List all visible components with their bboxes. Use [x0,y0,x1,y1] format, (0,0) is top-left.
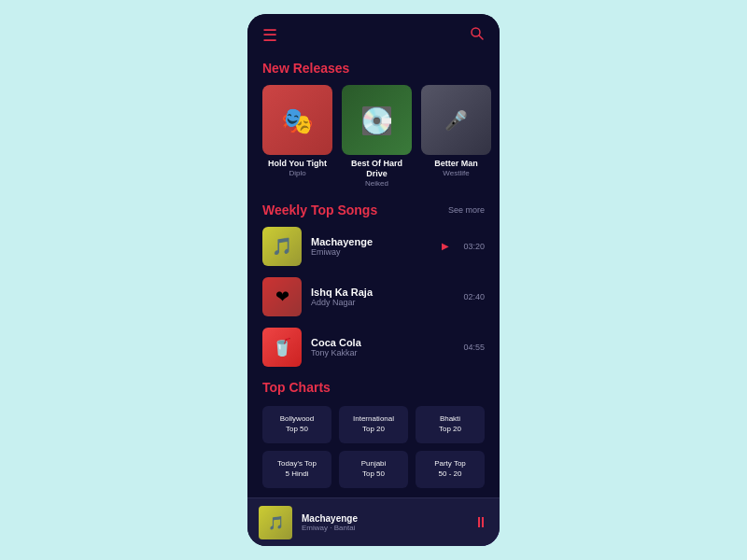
phone-container: ☰ New Releases Hold You Tight Diplo Best… [247,14,500,546]
song-thumb-1 [262,277,302,316]
chart-label-2: BhaktiTop 20 [439,414,461,434]
new-releases-title: New Releases [247,53,500,81]
song-duration-1: 02:40 [458,292,485,301]
song-info-0: Machayenge Emiway [311,236,432,257]
chart-btn-2[interactable]: BhaktiTop 20 [416,406,485,443]
weekly-title: Weekly Top Songs [262,203,377,217]
release-thumb-2 [421,85,491,155]
song-thumb-2 [262,328,302,367]
song-duration-2: 04:55 [458,343,485,352]
song-row-2[interactable]: Coca Cola Tony Kakkar ▶ 04:55 [247,322,500,372]
song-duration-0: 03:20 [458,242,485,251]
now-playing-title: Machayenge [302,513,464,524]
chart-btn-1[interactable]: InternationalTop 20 [339,406,408,443]
song-artist-0: Emiway [311,247,432,257]
release-name-0: Hold You Tight [262,159,332,169]
song-row-1[interactable]: Ishq Ka Raja Addy Nagar ▶ 02:40 [247,272,500,322]
release-card-1[interactable]: Best Of Hard Drive Neiked [342,85,412,188]
release-thumb-1 [342,85,412,155]
chart-label-5: Party Top50 - 20 [434,459,466,479]
release-thumb-0 [262,85,332,155]
song-info-2: Coca Cola Tony Kakkar [311,337,432,357]
release-name-1: Best Of Hard Drive [342,159,412,179]
weekly-header: Weekly Top Songs See more [247,197,500,221]
top-charts-title: Top Charts [247,372,500,400]
song-thumb-0 [262,227,302,266]
search-icon[interactable] [470,26,485,45]
chart-btn-0[interactable]: BollywoodTop 50 [262,406,331,443]
song-title-0: Machayenge [311,236,432,247]
song-artist-2: Tony Kakkar [311,348,432,357]
new-releases-row: Hold You Tight Diplo Best Of Hard Drive … [247,81,500,197]
menu-icon[interactable]: ☰ [262,25,277,46]
chart-label-4: PunjabiTop 50 [361,459,387,479]
song-title-1: Ishq Ka Raja [311,287,432,298]
chart-label-1: InternationalTop 20 [353,414,394,434]
app-header: ☰ [247,14,500,53]
song-info-1: Ishq Ka Raja Addy Nagar [311,287,432,307]
release-card-2[interactable]: Better Man Westlife [421,85,491,188]
svg-line-1 [479,35,483,39]
play-icon-0[interactable]: ▶ [442,241,449,251]
chart-btn-4[interactable]: PunjabiTop 50 [339,451,408,488]
chart-label-3: Today's Top5 Hindi [277,459,317,479]
song-artist-1: Addy Nagar [311,298,432,307]
release-artist-1: Neiked [342,179,412,188]
song-row-0[interactable]: Machayenge Emiway ▶ 03:20 [247,221,500,272]
chart-label-0: BollywoodTop 50 [280,414,314,434]
chart-btn-3[interactable]: Today's Top5 Hindi [262,451,331,488]
charts-grid: BollywoodTop 50 InternationalTop 20 Bhak… [247,400,500,497]
now-playing-bar: Machayenge Emiway · Bantai ⏸ [247,497,500,546]
chart-btn-5[interactable]: Party Top50 - 20 [416,451,485,488]
release-name-2: Better Man [421,159,491,169]
now-playing-info: Machayenge Emiway · Bantai [302,513,464,532]
see-more-link[interactable]: See more [448,205,485,215]
release-card-0[interactable]: Hold You Tight Diplo [262,85,332,188]
release-artist-0: Diplo [262,169,332,177]
now-playing-artist: Emiway · Bantai [302,524,464,532]
pause-button[interactable]: ⏸ [473,514,488,531]
song-title-2: Coca Cola [311,337,432,348]
main-content: New Releases Hold You Tight Diplo Best O… [247,53,500,546]
now-playing-thumb [259,506,292,539]
release-artist-2: Westlife [421,169,491,177]
